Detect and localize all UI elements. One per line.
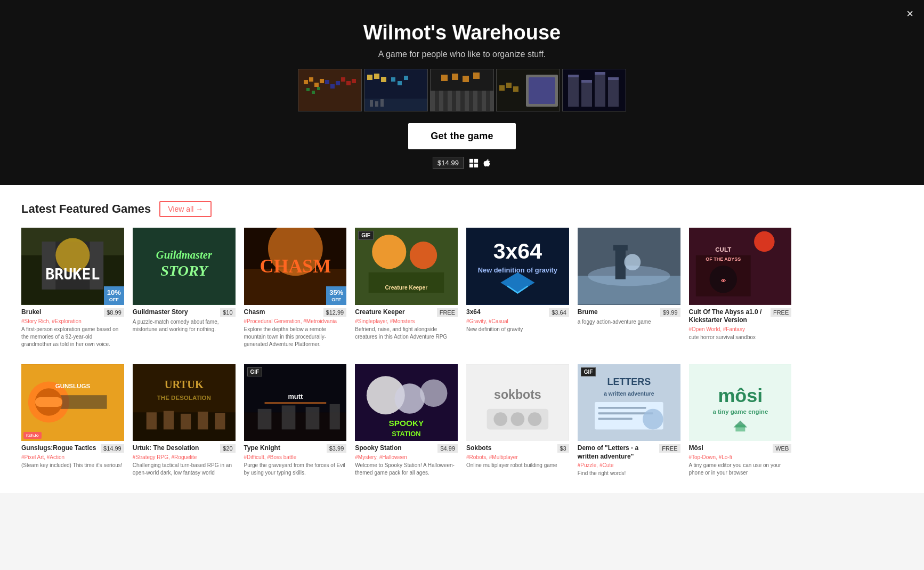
game-tags-mosi: #Top-Down, #Lo-fi bbox=[689, 454, 792, 460]
svg-rect-28 bbox=[439, 91, 443, 111]
svg-text:SPOOKY: SPOOKY bbox=[389, 419, 425, 428]
game-name-3x64: 3x64 bbox=[466, 308, 547, 317]
svg-rect-97 bbox=[35, 397, 62, 407]
screenshot-4[interactable] bbox=[496, 69, 560, 111]
svg-rect-8 bbox=[325, 80, 329, 84]
game-thumb-guildmaster: Guildmaster STORY bbox=[133, 228, 236, 305]
screenshot-1[interactable] bbox=[298, 69, 362, 111]
svg-rect-20 bbox=[404, 76, 408, 80]
view-all-button[interactable]: View all → bbox=[159, 201, 212, 217]
game-tags-gunslugs: #Pixel Art, #Action bbox=[21, 454, 124, 460]
svg-rect-46 bbox=[568, 75, 579, 107]
svg-rect-47 bbox=[581, 80, 592, 107]
svg-rect-36 bbox=[452, 74, 458, 80]
windows-icon bbox=[469, 158, 479, 168]
game-card-mosi[interactable]: môsi a tiny game engine Môsi WEB #Top-Do… bbox=[689, 364, 792, 478]
game-card-3x64[interactable]: 3x64 New definition of gravity 3x64 $3.6… bbox=[466, 228, 569, 348]
game-name-chasm: Chasm bbox=[244, 308, 321, 317]
svg-text:THE DESOLATION: THE DESOLATION bbox=[157, 395, 211, 401]
svg-rect-103 bbox=[164, 411, 174, 429]
game-card-gunslugs[interactable]: GUNSLUGS itch.io Gunslugs:Rogue Tactics … bbox=[21, 364, 124, 478]
svg-rect-82 bbox=[615, 248, 625, 279]
game-card-letters[interactable]: LETTERS a written adventure GIF Demo of … bbox=[578, 364, 680, 478]
game-price-guildmaster: $10 bbox=[220, 308, 235, 317]
game-card-typeknight[interactable]: mutt GIF Type Knight $3.99 #Difficult, #… bbox=[244, 364, 347, 478]
game-name-typeknight: Type Knight bbox=[244, 444, 325, 453]
svg-text:a tiny game engine: a tiny game engine bbox=[712, 408, 768, 414]
svg-rect-19 bbox=[398, 81, 402, 85]
game-thumb-gunslugs: GUNSLUGS itch.io bbox=[21, 364, 124, 441]
platform-icons bbox=[469, 158, 491, 168]
discount-badge-brukel: 10% OFF bbox=[104, 286, 124, 304]
svg-text:BRUKEL: BRUKEL bbox=[45, 266, 100, 283]
svg-text:sokbots: sokbots bbox=[494, 387, 541, 401]
game-thumb-spooky: SPOOKY STATION bbox=[355, 364, 458, 441]
svg-text:a written adventure: a written adventure bbox=[604, 391, 654, 397]
hero-price-row: $14.99 bbox=[11, 157, 913, 169]
game-card-spooky[interactable]: SPOOKY STATION Spooky Station $4.99 #Mys… bbox=[355, 364, 458, 478]
svg-rect-33 bbox=[482, 91, 486, 111]
game-card-guildmaster[interactable]: Guildmaster STORY Guildmaster Story $10 … bbox=[133, 228, 236, 348]
svg-rect-18 bbox=[391, 77, 395, 82]
game-price-brukel: $8.99 bbox=[104, 308, 124, 317]
get-game-button[interactable]: Get the game bbox=[408, 123, 516, 149]
game-card-cult[interactable]: CULT OF THE ABYSS 👁 Cult Of The Abyss a1… bbox=[689, 228, 792, 348]
svg-rect-56 bbox=[469, 163, 473, 167]
svg-rect-105 bbox=[198, 412, 208, 429]
svg-rect-44 bbox=[529, 77, 555, 104]
svg-rect-42 bbox=[513, 86, 518, 92]
game-card-brume[interactable]: Brume $9.99 a foggy action-adventure gam… bbox=[578, 228, 680, 348]
game-tags-3x64: #Gravity, #Casual bbox=[466, 318, 569, 324]
svg-rect-104 bbox=[181, 413, 191, 429]
svg-rect-131 bbox=[598, 407, 646, 409]
game-price-cult: FREE bbox=[771, 308, 791, 317]
game-thumb-3x64: 3x64 New definition of gravity bbox=[466, 228, 569, 305]
game-price-spooky: $4.99 bbox=[437, 444, 458, 453]
close-button[interactable]: × bbox=[906, 8, 913, 20]
svg-rect-139 bbox=[735, 424, 745, 431]
svg-text:GUNSLUGS: GUNSLUGS bbox=[55, 383, 91, 389]
game-card-sokbots[interactable]: sokbots Sokbots $3 #Robots, #Multiplayer… bbox=[466, 364, 569, 478]
gif-badge-letters: GIF bbox=[581, 367, 596, 376]
games-grid-row2: GUNSLUGS itch.io Gunslugs:Rogue Tactics … bbox=[21, 364, 903, 478]
game-tags-sokbots: #Robots, #Multiplayer bbox=[466, 454, 569, 460]
game-tags-typeknight: #Difficult, #Boss battle bbox=[244, 454, 347, 460]
svg-rect-22 bbox=[370, 100, 373, 107]
game-thumb-brukel: BRUKEL 10% OFF bbox=[21, 228, 124, 305]
game-name-cult: Cult Of The Abyss a1.0 / Kickstarter Ver… bbox=[689, 308, 768, 325]
screenshot-2[interactable] bbox=[364, 69, 428, 111]
game-card-urtuk[interactable]: URTUK THE DESOLATION Urtuk: The Desolati… bbox=[133, 364, 236, 478]
svg-rect-113 bbox=[305, 407, 319, 429]
svg-text:LETTERS: LETTERS bbox=[607, 376, 651, 387]
svg-rect-112 bbox=[281, 405, 295, 429]
svg-point-118 bbox=[420, 379, 447, 406]
svg-rect-102 bbox=[146, 412, 156, 429]
screenshot-5[interactable] bbox=[562, 69, 626, 111]
game-thumb-chasm: CHASM 35% OFF bbox=[244, 228, 347, 305]
svg-point-117 bbox=[395, 383, 425, 414]
svg-rect-21 bbox=[364, 99, 427, 111]
game-price-gunslugs: $14.99 bbox=[101, 444, 124, 453]
game-card-chasm[interactable]: CHASM 35% OFF Chasm $12.99 #Procedural G… bbox=[244, 228, 347, 348]
svg-rect-3 bbox=[314, 83, 319, 87]
gif-badge-creature: GIF bbox=[358, 231, 374, 240]
game-desc-brume: a foggy action-adventure game bbox=[578, 318, 680, 326]
svg-rect-54 bbox=[469, 158, 473, 162]
svg-text:STORY: STORY bbox=[160, 262, 209, 279]
screenshot-3[interactable] bbox=[430, 69, 494, 111]
game-thumb-mosi: môsi a tiny game engine bbox=[689, 364, 792, 441]
game-price-urtuk: $20 bbox=[220, 444, 235, 453]
svg-rect-7 bbox=[317, 87, 320, 90]
game-card-brukel[interactable]: BRUKEL 10% OFF Brukel $8.99 #Story Rich,… bbox=[21, 228, 124, 348]
game-desc-chasm: Explore the depths below a remote mounta… bbox=[244, 326, 347, 348]
game-name-brume: Brume bbox=[578, 308, 658, 317]
game-desc-brukel: A first-person exploration game based on… bbox=[21, 326, 124, 348]
game-thumb-creature: Creature Keeper GIF bbox=[355, 228, 458, 305]
svg-point-86 bbox=[754, 231, 775, 252]
svg-rect-133 bbox=[598, 418, 632, 420]
svg-rect-12 bbox=[346, 81, 351, 85]
game-card-creature[interactable]: Creature Keeper GIF Creature Keeper FREE… bbox=[355, 228, 458, 348]
svg-rect-1 bbox=[304, 80, 308, 84]
svg-rect-32 bbox=[473, 91, 477, 111]
svg-text:👁: 👁 bbox=[720, 278, 725, 284]
